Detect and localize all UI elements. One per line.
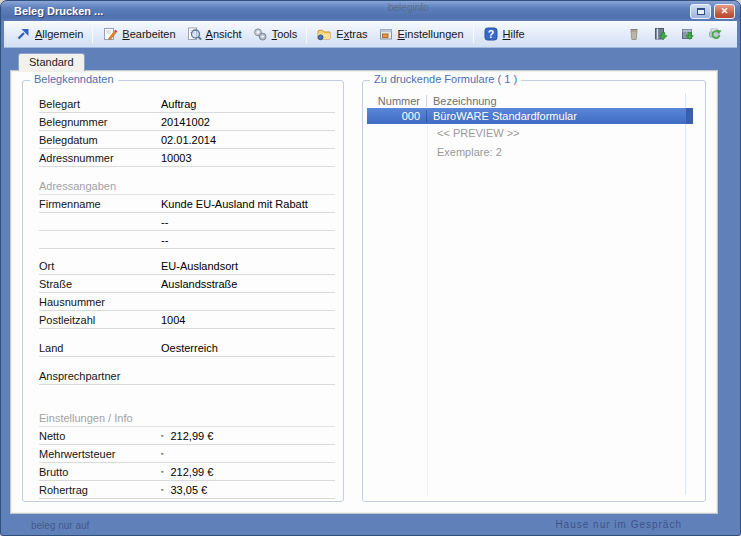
spacer: [39, 249, 335, 257]
list-header: Nummer Bezeichnung: [367, 93, 693, 108]
maximize-button[interactable]: [690, 4, 711, 19]
field-row-postleitzahl: Postleitzahl 1004: [39, 311, 335, 329]
section-header-adressangaben: Adressangaben: [39, 177, 335, 195]
column-header-nummer[interactable]: Nummer: [367, 95, 427, 107]
value-marker: ▪: [161, 468, 163, 475]
section-header-einstellungen: Einstellungen / Info: [39, 409, 335, 427]
menu-label: Tools: [272, 28, 298, 40]
printer-refresh-icon[interactable]: [707, 26, 723, 42]
field-label: Belegnummer: [39, 116, 161, 128]
gears-icon: [252, 26, 268, 42]
menu-label: Bearbeiten: [122, 28, 175, 40]
list-row-selected[interactable]: 000 BüroWARE Standardformular: [367, 108, 693, 124]
tab-strip: Standard: [18, 53, 740, 70]
field-row-belegnummer: Belegnummer 20141002: [39, 113, 335, 131]
field-value: 212,99 €: [170, 466, 213, 478]
toolbar-separator: [306, 25, 307, 43]
section-label: Adressangaben: [39, 180, 116, 192]
field-value: 212,99 €: [170, 430, 213, 442]
menu-einstellungen[interactable]: Einstellungen: [373, 24, 469, 44]
menu-label: Extras: [336, 28, 367, 40]
field-row-brutto: Brutto ▪ 212,99 €: [39, 463, 335, 481]
menu-bearbeiten[interactable]: Bearbeiten: [97, 24, 180, 44]
spacer: [39, 329, 335, 339]
maximize-icon: [697, 8, 705, 15]
groupbox-title: Belegkenndaten: [30, 73, 118, 85]
value-marker: ▪: [161, 450, 163, 457]
field-label: Straße: [39, 278, 161, 290]
help-icon: ?: [483, 26, 499, 42]
trash-icon[interactable]: [626, 26, 642, 42]
scrollbar-thumb[interactable]: [686, 108, 693, 124]
main-toolbar: Allgemein Bearbeiten Ansicht Tools Extra…: [4, 21, 737, 48]
field-value: 10003: [161, 152, 192, 164]
folder-icon: [316, 26, 332, 42]
spacer: [39, 357, 335, 367]
field-row-ansprechpartner: Ansprechpartner: [39, 367, 335, 385]
settings-icon: [378, 26, 394, 42]
field-label: Firmenname: [39, 198, 161, 210]
close-button[interactable]: ✕: [714, 4, 735, 19]
row-nummer: 000: [367, 110, 427, 122]
window-controls: ✕: [690, 4, 735, 19]
field-label: Belegdatum: [39, 134, 161, 146]
field-label: Land: [39, 342, 161, 354]
groupbox-belegkenndaten: Belegkenndaten Belegart Auftrag Belegnum…: [22, 80, 344, 502]
column-divider: [427, 109, 428, 495]
background-bleed-text: Hause nur im Gespräch: [555, 519, 682, 530]
menu-extras[interactable]: Extras: [311, 24, 372, 44]
spacer: [39, 385, 335, 409]
field-value: EU-Auslandsort: [161, 260, 238, 272]
value-marker: ▪: [161, 432, 163, 439]
field-row-zusatz2: --: [39, 231, 335, 249]
field-value: 20141002: [161, 116, 210, 128]
menu-tools[interactable]: Tools: [247, 24, 303, 44]
field-value: --: [161, 216, 168, 228]
edit-icon: [102, 26, 118, 42]
magnifier-icon: [186, 26, 202, 42]
beleg-form: Belegart Auftrag Belegnummer 20141002 Be…: [39, 95, 335, 499]
groupbox-title: Zu druckende Formulare ( 1 ): [370, 73, 521, 85]
field-row-belegart: Belegart Auftrag: [39, 95, 335, 113]
field-row-hausnummer: Hausnummer: [39, 293, 335, 311]
preview-label: << PREVIEW >>: [367, 124, 693, 143]
field-value: Auslandsstraße: [161, 278, 237, 290]
field-row-land: Land Oesterreich: [39, 339, 335, 357]
content-panel: Belegkenndaten Belegart Auftrag Belegnum…: [12, 72, 716, 512]
tab-standard[interactable]: Standard: [18, 53, 85, 71]
menu-ansicht[interactable]: Ansicht: [181, 24, 247, 44]
menu-label: Ansicht: [206, 28, 242, 40]
field-value: 33,05 €: [170, 484, 207, 496]
section-label: Einstellungen / Info: [39, 412, 133, 424]
exemplare-label: Exemplare: 2: [367, 143, 693, 162]
menu-label: Allgemein: [35, 28, 83, 40]
field-value: Oesterreich: [161, 342, 218, 354]
field-value: Kunde EU-Ausland mit Rabatt: [161, 198, 308, 210]
title-bar[interactable]: Beleg Drucken ... ✕: [1, 1, 740, 21]
column-header-bezeichnung[interactable]: Bezeichnung: [427, 95, 693, 107]
field-value: --: [161, 234, 168, 246]
window-title: Beleg Drucken ...: [14, 5, 103, 17]
field-value: 1004: [161, 314, 185, 326]
menu-hilfe[interactable]: ? Hilfe: [478, 24, 530, 44]
menu-label: Hilfe: [503, 28, 525, 40]
field-row-zusatz1: --: [39, 213, 335, 231]
formulare-list: Nummer Bezeichnung 000 BüroWARE Standard…: [367, 93, 693, 497]
toolbar-separator: [473, 25, 474, 43]
field-label: Rohertrag: [39, 484, 161, 496]
toolbar-right-icons: [626, 26, 723, 42]
box-export-icon[interactable]: [680, 26, 696, 42]
field-row-firmenname: Firmenname Kunde EU-Ausland mit Rabatt: [39, 195, 335, 213]
field-label: Belegart: [39, 98, 161, 110]
background-bleed-text: beleg nur auf: [31, 520, 89, 531]
book-import-icon[interactable]: [653, 26, 669, 42]
field-label: Brutto: [39, 466, 161, 478]
svg-text:?: ?: [487, 28, 493, 40]
spacer: [39, 167, 335, 177]
field-row-ort: Ort EU-Auslandsort: [39, 257, 335, 275]
menu-allgemein[interactable]: Allgemein: [10, 24, 88, 44]
field-label: Hausnummer: [39, 296, 161, 308]
field-row-belegdatum: Belegdatum 02.01.2014: [39, 131, 335, 149]
field-row-strasse: Straße Auslandsstraße: [39, 275, 335, 293]
field-row-adressnummer: Adressnummer 10003: [39, 149, 335, 167]
